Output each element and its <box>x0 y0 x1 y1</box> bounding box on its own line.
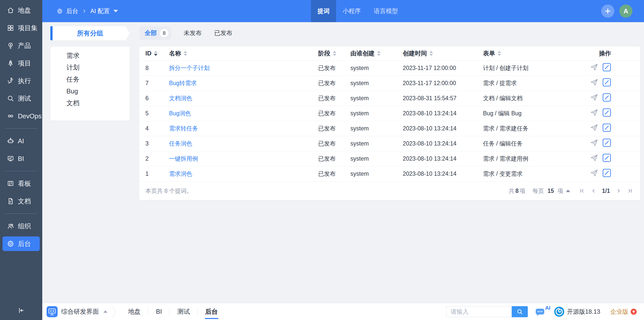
tab-miniprogram[interactable]: 小程序 <box>336 0 367 22</box>
prev-page-button[interactable] <box>590 188 596 194</box>
sidebar-item-my[interactable]: 地盘 <box>0 2 42 19</box>
col-header-name[interactable]: 名称 <box>169 47 318 60</box>
main-area: 后台 AI 配置 提词 小程序 语言模型 A 全部 8 <box>42 0 644 320</box>
sidebar-item-product[interactable]: 产品 <box>0 37 42 54</box>
sidebar-item-devops[interactable]: DevOps <box>0 107 42 125</box>
edit-button[interactable] <box>602 154 611 162</box>
app-switcher[interactable]: 综合研发界面 <box>42 306 107 317</box>
publish-button[interactable] <box>590 63 598 72</box>
prompt-link[interactable]: 拆分一个子计划 <box>169 65 210 71</box>
publish-button[interactable] <box>590 78 598 87</box>
sidebar-item-doc[interactable]: 文档 <box>0 192 42 210</box>
cell-created: 2023-11-17 12:00:00 <box>403 76 483 91</box>
tab-label: 语言模型 <box>374 7 398 15</box>
prompt-link[interactable]: 任务润色 <box>169 140 192 147</box>
bottombar-tab-bi[interactable]: BI <box>148 303 170 320</box>
group-item[interactable]: 需求 <box>50 50 130 62</box>
upgrade-link[interactable]: 企业版 <box>610 308 628 316</box>
edit-button[interactable] <box>602 169 611 177</box>
avatar[interactable]: A <box>619 5 632 18</box>
bottombar-tab-admin[interactable]: 后台 <box>198 303 225 320</box>
edit-button[interactable] <box>602 93 611 102</box>
upgrade-badge[interactable] <box>630 308 637 315</box>
edit-button[interactable] <box>602 78 611 87</box>
cell-creator: system <box>350 166 403 181</box>
sidebar-item-label: 地盘 <box>18 6 31 15</box>
filter-unpublished[interactable]: 未发布 <box>184 29 202 37</box>
group-item-label: 任务 <box>66 75 79 84</box>
prompt-link[interactable]: 需求转任务 <box>169 125 198 132</box>
cell-form: 需求 / 需求建任务 <box>483 121 590 136</box>
sidebar-item-qa[interactable]: 测试 <box>0 90 42 107</box>
cell-form: Bug / 编辑 Bug <box>483 106 590 121</box>
publish-button[interactable] <box>590 123 598 132</box>
col-header-id[interactable]: ID <box>139 47 169 60</box>
group-item[interactable]: 计划 <box>50 62 130 74</box>
cell-form: 任务 / 编辑任务 <box>483 136 590 151</box>
page-indicator: 1/1 <box>602 188 610 194</box>
chevron-down-icon[interactable] <box>113 10 118 12</box>
sidebar-item-program[interactable]: 项目集 <box>0 19 42 37</box>
group-item[interactable]: Bug <box>50 85 130 97</box>
sidebar-item-label: 文档 <box>18 197 31 206</box>
bottombar: 综合研发界面 地盘 BI 测试 后台 <box>42 303 644 320</box>
total-label: 共8项 <box>509 187 526 195</box>
col-header-form[interactable]: 表单 <box>483 47 590 60</box>
kanban-icon <box>7 180 14 187</box>
per-page-select[interactable]: 每页15项 <box>532 187 570 195</box>
search-button[interactable] <box>512 306 528 317</box>
group-all-card[interactable]: 所有分组 <box>50 26 130 40</box>
paper-plane-icon <box>590 123 598 132</box>
prompt-link[interactable]: Bug润色 <box>169 110 191 117</box>
col-header-creator[interactable]: 由谁创建 <box>350 47 403 60</box>
cell-stage: 已发布 <box>318 76 350 91</box>
cell-creator: system <box>350 60 403 76</box>
sidebar-item-org[interactable]: 组织 <box>0 217 42 235</box>
edit-button[interactable] <box>602 123 611 132</box>
first-page-icon <box>579 188 585 194</box>
group-item-label: 计划 <box>66 63 79 72</box>
prompt-link[interactable]: 一键拆用例 <box>169 155 198 162</box>
breadcrumb-page[interactable]: AI 配置 <box>90 7 110 15</box>
prompt-link[interactable]: 文档润色 <box>169 95 192 101</box>
filter-all[interactable]: 全部 8 <box>139 26 171 40</box>
sidebar-item-kanban[interactable]: 看板 <box>0 175 42 192</box>
sidebar-item-project[interactable]: 项目 <box>0 54 42 72</box>
group-item[interactable]: 文档 <box>50 97 130 109</box>
edit-button[interactable] <box>602 63 611 72</box>
paper-plane-icon <box>590 63 598 72</box>
tab-label: BI <box>156 308 162 315</box>
cell-created: 2023-08-10 13:24:14 <box>403 121 483 136</box>
prompt-link[interactable]: Bug转需求 <box>169 80 197 86</box>
search-input[interactable] <box>446 306 512 317</box>
ai-chat-button[interactable]: AI <box>535 307 545 316</box>
publish-button[interactable] <box>590 169 598 177</box>
prompt-link[interactable]: 需求润色 <box>169 170 192 177</box>
publish-button[interactable] <box>590 93 598 102</box>
sidebar-divider <box>5 171 37 171</box>
tab-language-model[interactable]: 语言模型 <box>367 0 405 22</box>
bottombar-tab-my[interactable]: 地盘 <box>120 303 148 320</box>
sidebar-item-execution[interactable]: 执行 <box>0 72 42 90</box>
breadcrumb-section[interactable]: 后台 <box>66 7 78 15</box>
last-page-button[interactable] <box>627 188 633 194</box>
bottombar-tab-qa[interactable]: 测试 <box>170 303 197 320</box>
sidebar-item-bi[interactable]: BI <box>0 150 42 167</box>
filter-published[interactable]: 已发布 <box>214 29 232 37</box>
publish-button[interactable] <box>590 154 598 162</box>
create-button[interactable] <box>601 5 614 18</box>
sidebar-item-admin[interactable]: 后台 <box>3 236 40 251</box>
next-page-button[interactable] <box>616 188 622 194</box>
tab-prompts[interactable]: 提词 <box>311 0 336 22</box>
edit-button[interactable] <box>602 108 611 117</box>
publish-button[interactable] <box>590 138 598 147</box>
app-root: 地盘 项目集 产品 项目 执行 测试 DevOps AI <box>0 0 644 320</box>
col-header-created[interactable]: 创建时间 <box>403 47 483 60</box>
group-item[interactable]: 任务 <box>50 74 130 85</box>
sidebar-item-ai[interactable]: AI <box>0 132 42 150</box>
col-header-stage[interactable]: 阶段 <box>318 47 350 60</box>
publish-button[interactable] <box>590 108 598 117</box>
edit-button[interactable] <box>602 138 611 147</box>
sidebar-collapse-button[interactable] <box>0 301 42 320</box>
first-page-button[interactable] <box>579 188 585 194</box>
